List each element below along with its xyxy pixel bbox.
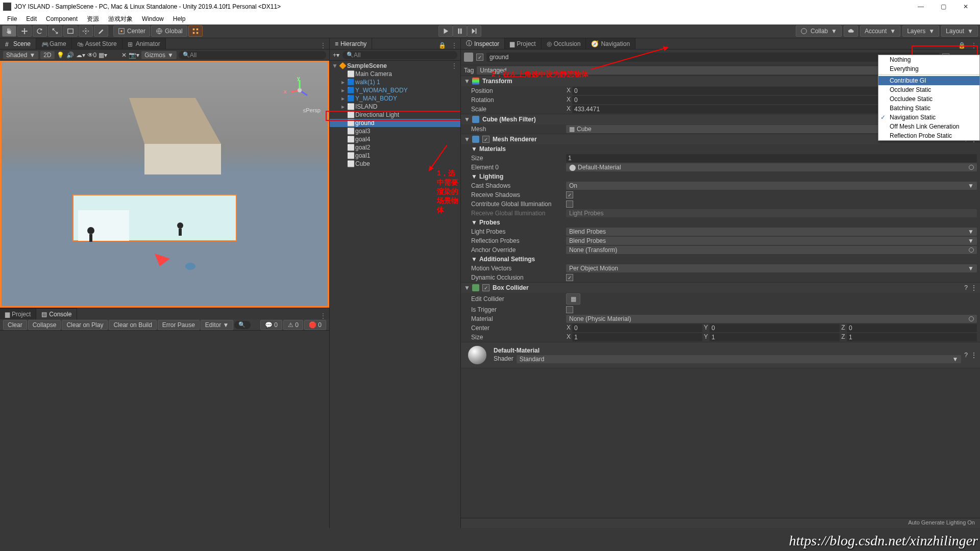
tab-project[interactable]: ▆Project <box>0 308 36 319</box>
menu-edit[interactable]: Edit <box>22 14 41 23</box>
audio-toggle-icon[interactable]: 🔊 <box>66 52 74 59</box>
hierarchy-item[interactable]: ▸🟦Y_MAN_BODY <box>330 94 460 103</box>
close-button[interactable]: ✕ <box>954 0 977 13</box>
console-menu-icon[interactable]: ⋮ <box>317 312 329 319</box>
create-dropdown-icon[interactable]: +▾ <box>333 52 339 59</box>
layout-dropdown[interactable]: Layout▼ <box>941 26 978 37</box>
step-button[interactable] <box>467 26 481 37</box>
console-search[interactable]: 🔍 <box>234 321 250 329</box>
tab-console[interactable]: ▤Console <box>36 308 77 319</box>
size-x[interactable]: 1 <box>572 333 702 341</box>
hierarchy-item[interactable]: ⬜Main Camera <box>330 70 460 78</box>
fx-toggle-icon[interactable]: ☁▾ <box>76 52 85 59</box>
hierarchy-item[interactable]: ⬜goal4 <box>330 135 460 143</box>
warn-count[interactable]: ⚠ 0 <box>283 320 303 330</box>
pause-button[interactable] <box>453 26 467 37</box>
hierarchy-item[interactable]: ▸🟦walk(1) 1 <box>330 78 460 86</box>
scene-viewport[interactable]: y x ≤Persp <box>0 61 329 308</box>
custom-tool[interactable] <box>94 26 108 37</box>
materials-size[interactable]: 1 <box>566 154 977 162</box>
collapse-button[interactable]: Collapse <box>28 320 61 330</box>
camera-icon[interactable]: 📷▾ <box>129 52 139 59</box>
minimize-button[interactable]: — <box>910 0 932 13</box>
hand-tool[interactable] <box>2 26 16 37</box>
inspector-lock-icon[interactable]: 🔒 <box>956 42 968 49</box>
static-menu-item[interactable]: Contribute GI <box>878 76 979 85</box>
material-header[interactable]: Default-Material ShaderStandard▼ ?⋮ <box>461 342 980 368</box>
motion-vectors[interactable]: Per Object Motion▼ <box>566 264 977 272</box>
grid-icon[interactable]: ▦▾ <box>99 52 107 59</box>
tab-game[interactable]: 🎮Game <box>36 38 72 49</box>
menu-component[interactable]: Component <box>42 14 82 23</box>
maximize-button[interactable]: ▢ <box>932 0 954 13</box>
menu-gameobject[interactable]: 游戏对象 <box>104 14 137 24</box>
is-trigger[interactable] <box>566 306 573 313</box>
size-y[interactable]: 1 <box>709 333 840 341</box>
layers-dropdown[interactable]: Layers▼ <box>902 26 939 37</box>
account-dropdown[interactable]: Account▼ <box>860 26 900 37</box>
collider-enabled[interactable]: ✓ <box>482 284 489 291</box>
static-menu-item[interactable]: Nothing <box>878 55 979 64</box>
hierarchy-item[interactable]: ⬜goal2 <box>330 143 460 152</box>
inspector-menu-icon[interactable]: ⋮ <box>968 42 980 49</box>
cloud-button[interactable] <box>844 26 858 37</box>
hierarchy-item[interactable]: ▸🟦Y_WOMAN_BODY <box>330 86 460 94</box>
clear-on-build[interactable]: Clear on Build <box>109 320 156 330</box>
move-tool[interactable] <box>17 26 32 37</box>
play-button[interactable] <box>438 26 453 37</box>
static-menu-item[interactable]: Batching Static <box>878 104 979 113</box>
material-0[interactable]: ⬤Default-Material <box>566 163 977 171</box>
clear-on-play[interactable]: Clear on Play <box>62 320 108 330</box>
name-field[interactable]: ground <box>486 53 939 62</box>
menu-assets[interactable]: 资源 <box>83 14 103 24</box>
static-menu-item[interactable]: Off Mesh Link Generation <box>878 122 979 131</box>
tab-project2[interactable]: ▆Project <box>505 38 541 49</box>
tab-inspector[interactable]: ⓘInspector <box>461 38 505 49</box>
static-menu-item[interactable]: Everything <box>878 64 979 73</box>
rotate-tool[interactable] <box>33 26 47 37</box>
scene-search[interactable]: 🔍 All <box>179 51 326 59</box>
tab-occlusion[interactable]: ◎Occlusion <box>542 38 586 49</box>
2d-toggle[interactable]: 2D <box>40 51 54 59</box>
hierarchy-item[interactable]: ▸⬜ISLAND <box>330 103 460 111</box>
transform-tool[interactable] <box>79 26 93 37</box>
tab-navigation[interactable]: 🧭Navigation <box>586 38 635 49</box>
mesh-renderer-enabled[interactable]: ✓ <box>482 136 489 143</box>
reflection-probes[interactable]: Blend Probes▼ <box>566 237 977 245</box>
size-z[interactable]: 1 <box>847 333 977 341</box>
rect-tool[interactable] <box>63 26 78 37</box>
pivot-toggle[interactable]: Center <box>113 26 150 37</box>
tab-scene[interactable]: #Scene <box>0 38 36 49</box>
menu-window[interactable]: Window <box>138 14 168 23</box>
hidden-toggle-icon[interactable]: 👁0 <box>87 52 97 59</box>
collab-dropdown[interactable]: Collab▼ <box>796 26 842 37</box>
hierarchy-item[interactable]: ⬜ground <box>330 119 460 127</box>
tools-icon[interactable]: ✕ <box>121 52 127 59</box>
gizmos-dropdown[interactable]: Gizmos▼ <box>141 51 177 59</box>
receive-shadows[interactable]: ✓ <box>566 191 573 198</box>
scale-tool[interactable] <box>48 26 62 37</box>
space-toggle[interactable]: Global <box>151 26 187 37</box>
snap-toggle[interactable] <box>188 26 203 37</box>
error-count[interactable]: 🛑 0 <box>304 320 326 330</box>
menu-help[interactable]: Help <box>169 14 190 23</box>
static-dropdown-menu[interactable]: NothingEverythingContribute GIOccluder S… <box>878 55 980 141</box>
collider-material[interactable]: None (Physic Material) <box>566 315 977 323</box>
tab-animator[interactable]: ⊞Animator <box>122 38 166 49</box>
shader-dropdown[interactable]: Standard▼ <box>517 355 962 363</box>
static-menu-item[interactable]: Reflection Probe Static <box>878 131 979 140</box>
hierarchy-item[interactable]: ⬜goal3 <box>330 127 460 135</box>
dynamic-occlusion[interactable]: ✓ <box>566 274 573 281</box>
editor-dropdown[interactable]: Editor ▼ <box>201 320 234 330</box>
tag-dropdown[interactable]: Untagged▼ <box>477 66 940 74</box>
hierarchy-item[interactable]: ⬜Directional Light <box>330 111 460 119</box>
light-toggle-icon[interactable]: 💡 <box>57 52 64 59</box>
box-collider-header[interactable]: ▼✓Box Collider?⋮ <box>461 283 980 293</box>
gameobject-icon[interactable] <box>464 53 473 62</box>
tab-asset-store[interactable]: 🛍Asset Store <box>72 38 122 49</box>
anchor-override[interactable]: None (Transform) <box>566 246 977 254</box>
scene-row[interactable]: ▼🔶SampleScene⋮ <box>330 62 460 70</box>
center-z[interactable]: 0 <box>847 324 977 332</box>
hierarchy-lock-icon[interactable]: 🔒 <box>436 42 448 49</box>
shading-mode[interactable]: Shaded▼ <box>3 51 38 59</box>
